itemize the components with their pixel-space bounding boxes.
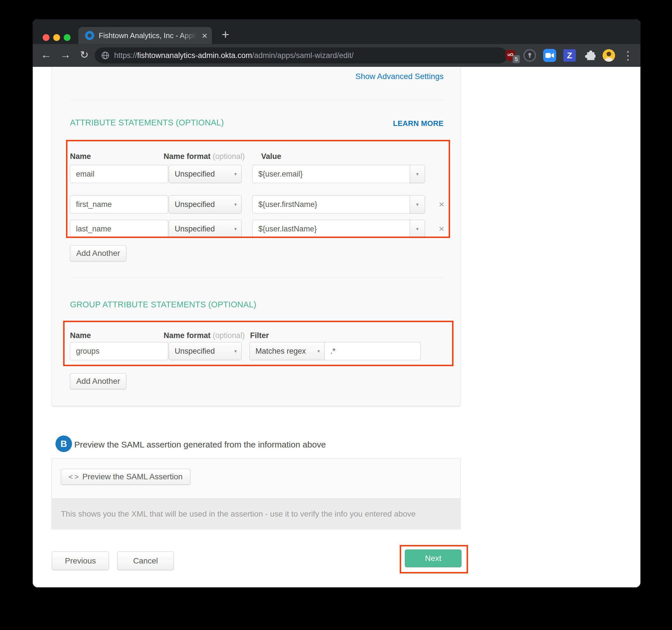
saml-settings-panel: Show Advanced Settings ATTRIBUTE STATEME… (51, 67, 461, 406)
url-host: fishtownanalytics-admin.okta.com (137, 51, 252, 60)
browser-menu-icon[interactable]: ⋮ (622, 50, 633, 61)
group-attribute-name-input[interactable] (70, 342, 168, 360)
minimize-window-button[interactable] (53, 34, 60, 41)
preview-button-label: Preview the SAML Assertion (82, 472, 183, 481)
attribute-value-combobox: ▾ (253, 220, 425, 238)
video-camera-icon (545, 52, 554, 58)
chevron-down-icon: ▾ (416, 171, 419, 177)
attribute-value-input[interactable] (253, 165, 410, 183)
value-dropdown-button[interactable]: ▾ (410, 220, 425, 238)
chevron-down-icon: ▾ (234, 171, 237, 177)
preview-section-heading: Preview the SAML assertion generated fro… (74, 440, 326, 450)
attribute-name-input[interactable] (70, 220, 168, 238)
new-tab-button[interactable]: + (222, 28, 229, 41)
browser-tab-strip: Fishtown Analytics, Inc - Applic × + (33, 19, 641, 44)
keyhole-icon (527, 52, 532, 58)
column-header-name-format: Name format (optional) (164, 331, 245, 340)
code-icon: < > (69, 473, 78, 481)
window-controls (43, 34, 71, 41)
url-path: /admin/apps/saml-wizard/edit/ (252, 51, 354, 60)
add-another-button[interactable]: Add Another (70, 373, 126, 389)
name-format-dropdown[interactable]: Unspecified ▾ (169, 165, 242, 183)
step-b-badge: B (55, 435, 72, 452)
group-attribute-statements-title: GROUP ATTRIBUTE STATEMENTS (OPTIONAL) (70, 300, 256, 309)
close-tab-icon[interactable]: × (202, 31, 208, 41)
value-dropdown-button[interactable]: ▾ (410, 195, 425, 213)
name-format-dropdown[interactable]: Unspecified ▾ (169, 220, 242, 238)
dropdown-value: Unspecified (175, 225, 215, 233)
learn-more-link[interactable]: LEARN MORE (393, 119, 443, 128)
zotero-extension-icon[interactable]: Z (563, 49, 576, 62)
browser-toolbar: ← → ↻ https://fishtownanalytics-admin.ok… (33, 44, 641, 67)
show-advanced-settings-link[interactable]: Show Advanced Settings (355, 72, 443, 81)
name-format-dropdown[interactable]: Unspecified ▾ (169, 342, 242, 360)
address-bar[interactable]: https://fishtownanalytics-admin.okta.com… (95, 48, 507, 64)
attribute-value-combobox: ▾ (253, 195, 425, 213)
value-dropdown-button[interactable]: ▾ (410, 165, 425, 183)
browser-window: Fishtown Analytics, Inc - Applic × + ← →… (33, 19, 641, 587)
back-icon[interactable]: ← (41, 49, 51, 60)
column-header-filter: Filter (250, 331, 269, 340)
chevron-down-icon: ▾ (234, 348, 237, 354)
chevron-down-icon: ▾ (234, 226, 237, 232)
attribute-value-input[interactable] (253, 220, 410, 238)
previous-button[interactable]: Previous (52, 552, 109, 570)
dropdown-value: Unspecified (175, 200, 215, 209)
remove-row-icon[interactable]: × (435, 199, 448, 209)
ublock-extension-icon[interactable]: uO 5 (504, 49, 517, 62)
filter-value-input[interactable] (325, 342, 421, 360)
chevron-down-icon: ▾ (317, 348, 320, 354)
section-divider (70, 100, 443, 100)
column-header-name-format: Name format (optional) (164, 152, 245, 161)
url-scheme: https:// (114, 51, 137, 60)
dropdown-value: Unspecified (175, 347, 215, 356)
column-header-name: Name (70, 331, 91, 340)
attribute-value-combobox: ▾ (253, 165, 425, 183)
reload-icon[interactable]: ↻ (80, 50, 89, 60)
attribute-statements-title: ATTRIBUTE STATEMENTS (OPTIONAL) (70, 118, 224, 127)
remove-row-icon[interactable]: × (435, 224, 448, 233)
zoom-extension-icon[interactable] (543, 49, 556, 62)
url-text: https://fishtownanalytics-admin.okta.com… (114, 51, 354, 60)
globe-icon (101, 51, 110, 60)
column-header-name: Name (70, 152, 91, 161)
password-manager-extension-icon[interactable] (524, 49, 536, 62)
forward-icon[interactable]: → (60, 49, 71, 60)
close-window-button[interactable] (43, 34, 49, 41)
attribute-name-input[interactable] (70, 195, 168, 213)
okta-favicon-icon (85, 31, 94, 40)
name-format-dropdown[interactable]: Unspecified ▾ (169, 195, 242, 213)
filter-type-dropdown[interactable]: Matches regex ▾ (249, 342, 325, 360)
attribute-value-input[interactable] (253, 195, 410, 213)
preview-saml-assertion-button[interactable]: < > Preview the SAML Assertion (61, 469, 190, 485)
dropdown-value: Unspecified (175, 170, 215, 179)
tab-title: Fishtown Analytics, Inc - Applic (99, 31, 200, 40)
ublock-badge: 5 (513, 55, 520, 63)
chevron-down-icon: ▾ (234, 202, 237, 207)
cancel-button[interactable]: Cancel (117, 552, 174, 570)
add-another-button[interactable]: Add Another (70, 245, 126, 261)
preview-assertion-card: < > Preview the SAML Assertion This show… (51, 458, 461, 529)
profile-avatar[interactable] (603, 49, 615, 62)
okta-saml-wizard-page: Show Advanced Settings ATTRIBUTE STATEME… (33, 67, 641, 587)
dropdown-value: Matches regex (256, 347, 306, 356)
fullscreen-window-button[interactable] (64, 34, 71, 41)
browser-tab[interactable]: Fishtown Analytics, Inc - Applic × (78, 27, 212, 44)
column-header-value: Value (261, 152, 281, 161)
preview-note: This shows you the XML that will be used… (52, 498, 460, 529)
chevron-down-icon: ▾ (416, 202, 419, 207)
person-icon (603, 49, 615, 62)
next-button[interactable]: Next (405, 550, 461, 567)
chevron-down-icon: ▾ (416, 226, 419, 232)
extensions-puzzle-icon[interactable] (583, 49, 596, 62)
attribute-name-input[interactable] (70, 165, 168, 183)
extension-area: uO 5 Z (504, 44, 633, 67)
